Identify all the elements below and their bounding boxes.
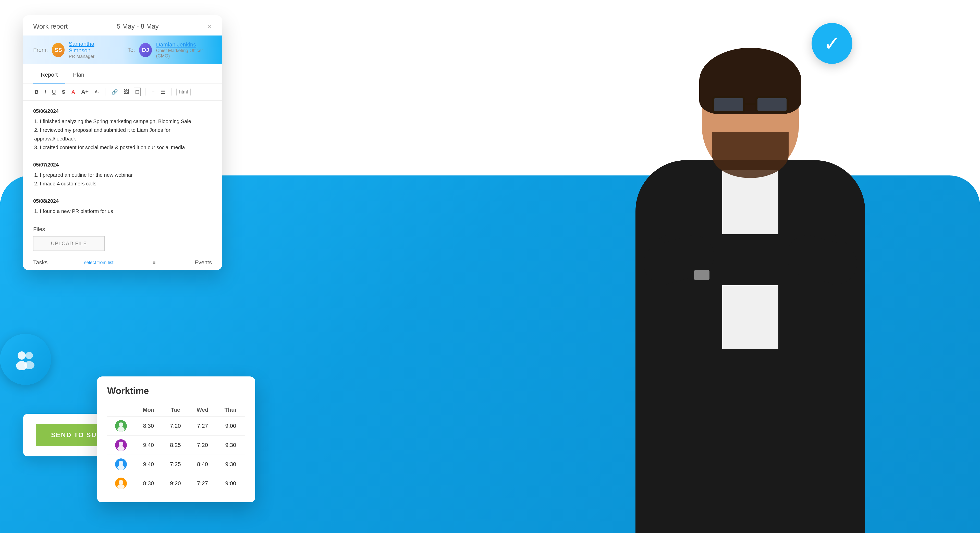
avatar-cell-3 — [107, 455, 135, 474]
svg-point-0 — [18, 351, 26, 360]
row1-thur: 9:00 — [216, 417, 245, 436]
report-content-area[interactable]: 05/06/2024 1. I finished analyzing the S… — [23, 101, 222, 222]
upload-file-button[interactable]: UPLOAD FILE — [33, 236, 105, 251]
font-color-button[interactable]: A — [70, 88, 76, 96]
box-button[interactable]: □ — [134, 88, 141, 96]
row2-mon: 9:40 — [135, 436, 162, 455]
tasks-label: Tasks — [33, 259, 48, 266]
to-avatar: DJ — [139, 43, 152, 57]
avatar-icon-2 — [115, 439, 127, 451]
worktime-table: Mon Tue Wed Thur 8:30 7:2 — [107, 404, 245, 493]
strikethrough-button[interactable]: S — [60, 88, 67, 96]
unordered-list-button[interactable]: ☰ — [159, 88, 167, 96]
worktime-panel: Worktime Mon Tue Wed Thur — [97, 377, 255, 503]
svg-point-6 — [119, 423, 123, 427]
avatar-icon-3 — [115, 458, 127, 470]
link-button[interactable]: 🔗 — [110, 88, 119, 96]
svg-point-15 — [119, 480, 123, 485]
svg-point-9 — [119, 442, 123, 446]
content-item-2-1: 1. I prepared an outline for the new web… — [34, 171, 212, 179]
work-report-modal: Work report 5 May - 8 May × From: SS Sam… — [23, 15, 222, 270]
svg-point-2 — [26, 352, 33, 359]
person-hair — [699, 48, 801, 114]
modal-date-range: 5 May - 8 May — [117, 22, 159, 30]
content-date-2: 05/07/2024 — [33, 160, 212, 169]
to-person-name[interactable]: Damian Jenkins — [156, 41, 212, 48]
files-label: Files — [33, 226, 212, 233]
from-person-name[interactable]: Samantha Simpson — [68, 41, 112, 54]
to-person-info: Damian Jenkins Chief Marketing Officer (… — [156, 41, 212, 59]
events-label: Events — [195, 259, 212, 266]
row4-mon: 8:30 — [135, 474, 162, 493]
ordered-list-button[interactable]: ≡ — [150, 88, 156, 96]
tab-report[interactable]: Report — [33, 67, 65, 83]
row1-tue: 7:20 — [162, 417, 189, 436]
from-to-bar: From: SS Samantha Simpson PR Manager To:… — [23, 35, 222, 64]
from-avatar: SS — [52, 43, 65, 57]
teams-icon-button[interactable] — [0, 334, 51, 385]
row3-tue: 7:25 — [162, 455, 189, 474]
italic-button[interactable]: I — [43, 88, 48, 96]
font-size-up-button[interactable]: A+ — [80, 88, 90, 96]
worktime-title: Worktime — [107, 386, 245, 396]
row2-wed: 7:20 — [189, 436, 216, 455]
worktime-header-row: Mon Tue Wed Thur — [107, 404, 245, 417]
avatar-icon-4 — [115, 477, 127, 489]
svg-point-13 — [118, 465, 124, 470]
to-label: To: — [127, 47, 135, 53]
person-beard — [712, 132, 789, 178]
from-section: From: SS Samantha Simpson PR Manager — [33, 41, 112, 59]
bold-button[interactable]: B — [33, 88, 40, 96]
col-wed: Wed — [189, 404, 216, 417]
col-thur: Thur — [216, 404, 245, 417]
modal-close-button[interactable]: × — [208, 23, 212, 30]
teams-people-icon — [13, 346, 38, 372]
to-section: To: DJ Damian Jenkins Chief Marketing Of… — [127, 41, 212, 59]
avatar-icon-1 — [115, 420, 127, 432]
modal-header: Work report 5 May - 8 May × — [23, 15, 222, 35]
content-item-3-1: 1. I found a new PR platform for us — [34, 207, 212, 215]
row2-tue: 8:25 — [162, 436, 189, 455]
row1-mon: 8:30 — [135, 417, 162, 436]
avatar-cell-4 — [107, 474, 135, 493]
from-person-info: Samantha Simpson PR Manager — [68, 41, 112, 59]
row4-thur: 9:00 — [216, 474, 245, 493]
row4-tue: 9:20 — [162, 474, 189, 493]
check-badge-icon: ✓ — [811, 23, 853, 64]
person-head — [702, 56, 799, 173]
row2-thur: 9:30 — [216, 436, 245, 455]
tasks-events-bar: Tasks select from list ≡ Events — [23, 255, 222, 270]
toolbar-divider-1 — [105, 88, 105, 96]
to-person-role: Chief Marketing Officer (CMO) — [156, 48, 212, 59]
filter-icon[interactable]: ≡ — [153, 260, 156, 266]
content-date-1: 05/06/2024 — [33, 107, 212, 115]
underline-button[interactable]: U — [51, 88, 57, 96]
html-button[interactable]: html — [177, 88, 191, 96]
font-size-down-button[interactable]: A- — [93, 89, 100, 95]
col-avatar — [107, 404, 135, 417]
tab-plan[interactable]: Plan — [65, 67, 92, 83]
from-label: From: — [33, 47, 48, 53]
col-mon: Mon — [135, 404, 162, 417]
avatar-cell-1 — [107, 417, 135, 436]
content-item-2-2: 2. I made 4 customers calls — [34, 179, 212, 188]
tab-bar: Report Plan — [23, 67, 222, 83]
row3-thur: 9:30 — [216, 455, 245, 474]
content-item-1-2: 2. I reviewed my proposal and submitted … — [34, 126, 212, 143]
svg-point-10 — [118, 446, 124, 451]
worktime-row-1: 8:30 7:20 7:27 9:00 — [107, 417, 245, 436]
checkmark-icon: ✓ — [824, 32, 841, 56]
select-from-list-link[interactable]: select from list — [84, 260, 114, 265]
modal-title: Work report — [33, 22, 68, 30]
row3-wed: 8:40 — [189, 455, 216, 474]
image-button[interactable]: 🖼 — [123, 88, 130, 96]
content-item-1-1: 1. I finished analyzing the Spring marke… — [34, 117, 212, 126]
worktime-row-3: 9:40 7:25 8:40 9:30 — [107, 455, 245, 474]
from-person-role: PR Manager — [68, 54, 112, 59]
svg-point-7 — [118, 427, 124, 432]
svg-point-3 — [24, 361, 35, 369]
row1-wed: 7:27 — [189, 417, 216, 436]
worktime-row-2: 9:40 8:25 7:20 9:30 — [107, 436, 245, 455]
content-date-3: 05/08/2024 — [33, 197, 212, 205]
svg-point-12 — [119, 461, 123, 465]
